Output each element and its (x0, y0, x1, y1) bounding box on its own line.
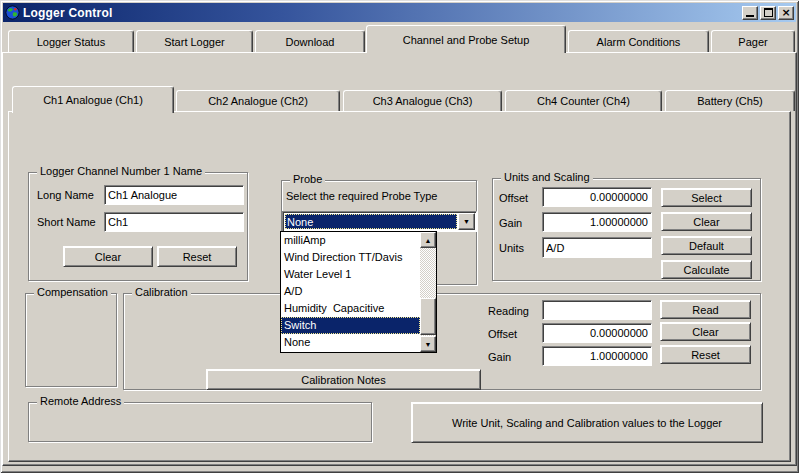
calibration-reset-button[interactable]: Reset (660, 345, 751, 364)
tab-label: Alarm Conditions (597, 36, 681, 48)
tab-label: Download (286, 36, 335, 48)
tab-ch4-counter[interactable]: Ch4 Counter (Ch4) (505, 90, 662, 111)
calibration-offset-label: Offset (488, 328, 517, 341)
short-name-input[interactable] (104, 212, 244, 232)
compensation-group: Compensation (25, 293, 117, 387)
units-units-input[interactable] (542, 237, 652, 258)
tab-ch3-analogue[interactable]: Ch3 Analogue (Ch3) (343, 90, 502, 111)
calibration-clear-button[interactable]: Clear (660, 322, 751, 341)
probe-type-combobox[interactable]: None ▼ (282, 211, 477, 232)
tab-label: Channel and Probe Setup (403, 34, 530, 46)
group-caption: Remote Address (37, 395, 124, 408)
window-controls: × (742, 6, 794, 20)
group-caption: Compensation (34, 286, 111, 299)
list-item[interactable]: None (281, 334, 420, 351)
list-item[interactable]: Humidity Capacitive (281, 300, 420, 317)
units-gain-input[interactable] (542, 212, 652, 232)
units-clear-button[interactable]: Clear (661, 212, 752, 231)
tab-label: Battery (Ch5) (697, 95, 762, 107)
title-bar[interactable]: Logger Control × (3, 3, 796, 22)
calibration-notes-button[interactable]: Calibration Notes (206, 369, 481, 390)
tab-label: Ch3 Analogue (Ch3) (373, 95, 473, 107)
group-caption: Units and Scaling (501, 171, 593, 184)
tab-label: Ch4 Counter (Ch4) (537, 95, 630, 107)
minimize-icon (746, 15, 754, 17)
tab-label: Start Logger (164, 36, 225, 48)
tab-label: Logger Status (37, 36, 106, 48)
scroll-up-button[interactable]: ▲ (420, 232, 436, 248)
long-name-input[interactable] (104, 185, 244, 205)
tab-alarm-conditions[interactable]: Alarm Conditions (568, 30, 709, 52)
calibration-reading-input[interactable] (542, 300, 652, 320)
close-button[interactable]: × (778, 6, 794, 20)
tab-channel-and-probe-setup[interactable]: Channel and Probe Setup (366, 25, 566, 53)
minimize-button[interactable] (742, 6, 758, 20)
group-caption: Calibration (132, 286, 191, 299)
tab-battery-ch5[interactable]: Battery (Ch5) (665, 90, 795, 111)
calibration-offset-input[interactable] (542, 323, 652, 343)
units-offset-label: Offset (499, 192, 528, 205)
calibration-read-button[interactable]: Read (660, 300, 751, 319)
combo-dropdown-button[interactable]: ▼ (458, 213, 475, 230)
write-to-logger-button[interactable]: Write Unit, Scaling and Calibration valu… (411, 402, 763, 443)
chevron-up-icon: ▲ (425, 237, 432, 244)
calibration-gain-label: Gain (488, 351, 511, 364)
name-clear-button[interactable]: Clear (63, 246, 153, 267)
list-item[interactable]: Water Level 1 (281, 266, 420, 283)
units-offset-input[interactable] (542, 187, 652, 207)
dropdown-scrollbar[interactable]: ▲ ▼ (420, 232, 436, 352)
units-scaling-group: Units and Scaling Offset Select Gain Cle… (492, 178, 761, 281)
units-calculate-button[interactable]: Calculate (661, 260, 752, 279)
probe-type-dropdown-list: milliAmp Wind Direction TT/Davis Water L… (280, 231, 437, 353)
channel-name-group: Logger Channel Number 1 Name Long Name S… (28, 172, 248, 281)
maximize-button[interactable] (760, 6, 776, 20)
tab-download[interactable]: Download (255, 30, 365, 52)
calibration-reading-label: Reading (488, 305, 529, 318)
units-units-label: Units (499, 242, 524, 255)
short-name-label: Short Name (37, 216, 96, 229)
tab-logger-status[interactable]: Logger Status (8, 30, 134, 52)
list-item[interactable]: milliAmp (281, 232, 420, 249)
scrollbar-track[interactable] (420, 248, 436, 336)
app-globe-icon (5, 5, 20, 20)
scrollbar-thumb[interactable] (420, 298, 436, 335)
chevron-down-icon: ▼ (463, 218, 470, 225)
units-select-button[interactable]: Select (661, 188, 752, 207)
calibration-group: Calibration Reading Read Offset Clear Ga… (123, 293, 761, 390)
tab-start-logger[interactable]: Start Logger (136, 30, 253, 52)
remote-address-group: Remote Address (28, 402, 372, 442)
scroll-down-button[interactable]: ▼ (420, 336, 436, 352)
tab-label: Ch1 Analogue (Ch1) (43, 94, 143, 106)
list-item[interactable]: A/D (281, 283, 420, 300)
tab-label: Ch2 Analogue (Ch2) (208, 95, 308, 107)
units-gain-label: Gain (499, 217, 522, 230)
calibration-gain-input[interactable] (542, 346, 652, 366)
name-reset-button[interactable]: Reset (157, 246, 237, 267)
maximize-icon (764, 8, 773, 17)
combo-selected-value: None (285, 214, 457, 229)
units-default-button[interactable]: Default (661, 236, 752, 255)
tab-label: Pager (738, 36, 767, 48)
tab-ch1-analogue[interactable]: Ch1 Analogue (Ch1) (12, 86, 174, 113)
tab-pager[interactable]: Pager (711, 30, 795, 52)
probe-type-label: Select the required Probe Type (286, 190, 437, 203)
tab-ch2-analogue[interactable]: Ch2 Analogue (Ch2) (176, 90, 340, 111)
window-title: Logger Control (23, 6, 112, 20)
group-caption: Logger Channel Number 1 Name (37, 165, 205, 178)
group-caption: Probe (290, 173, 325, 186)
long-name-label: Long Name (37, 189, 94, 202)
list-item-selected[interactable]: Switch (281, 317, 420, 334)
logger-control-window: Logger Control × Logger Status Start Log… (0, 0, 799, 473)
close-icon: × (781, 8, 790, 18)
list-item[interactable]: Wind Direction TT/Davis (281, 249, 420, 266)
chevron-down-icon: ▼ (425, 341, 432, 348)
